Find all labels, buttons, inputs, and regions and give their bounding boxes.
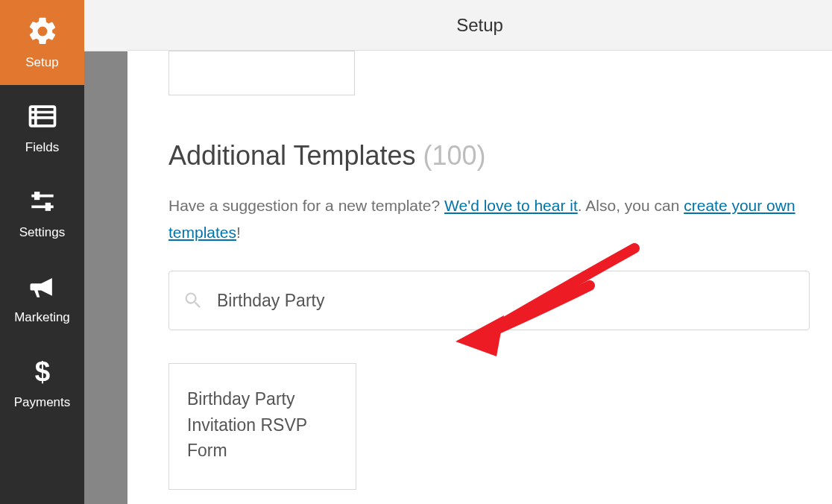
bullhorn-icon (26, 270, 59, 303)
list-icon (26, 100, 59, 133)
template-search-input[interactable] (217, 291, 795, 311)
template-card[interactable]: Birthday Party Invitation RSVP Form (168, 363, 356, 490)
main-panel: Setup Additional Templates (100) Have a … (127, 0, 832, 504)
sidebar-item-settings[interactable]: Settings (0, 170, 84, 255)
sliders-icon (26, 185, 59, 218)
content-area: Additional Templates (100) Have a sugges… (127, 51, 832, 504)
sidebar: Setup Fields Settings Marketing $ Paymen… (0, 0, 84, 504)
suggestion-prefix: Have a suggestion for a new template? (168, 197, 444, 214)
template-search[interactable] (168, 271, 810, 330)
page-header: Setup (127, 0, 832, 51)
sidebar-item-label: Marketing (14, 310, 70, 325)
sidebar-item-label: Settings (19, 225, 65, 240)
scrollbar-gutter[interactable] (84, 0, 127, 504)
dollar-icon: $ (26, 355, 59, 388)
template-card-empty[interactable] (168, 51, 355, 95)
suggestion-suffix: ! (236, 224, 241, 241)
sidebar-item-payments[interactable]: $ Payments (0, 340, 84, 425)
gear-icon (26, 15, 59, 48)
sidebar-item-fields[interactable]: Fields (0, 85, 84, 170)
sidebar-item-marketing[interactable]: Marketing (0, 255, 84, 340)
page-title: Setup (456, 15, 503, 36)
sidebar-item-label: Setup (25, 55, 58, 70)
sidebar-item-label: Payments (14, 395, 71, 410)
svg-rect-6 (34, 192, 40, 200)
link-hear-it[interactable]: We'd love to hear it (444, 197, 578, 214)
suggestion-text: Have a suggestion for a new template? We… (168, 192, 808, 245)
svg-text:$: $ (34, 356, 49, 387)
section-title-text: Additional Templates (168, 140, 416, 171)
section-title: Additional Templates (100) (168, 140, 808, 171)
section-count: (100) (423, 140, 486, 171)
sidebar-item-label: Fields (25, 140, 59, 155)
search-icon (183, 290, 204, 311)
template-name: Birthday Party Invitation RSVP Form (187, 386, 338, 464)
svg-rect-7 (45, 203, 50, 211)
suggestion-mid: . Also, you can (578, 197, 684, 214)
sidebar-item-setup[interactable]: Setup (0, 0, 84, 85)
